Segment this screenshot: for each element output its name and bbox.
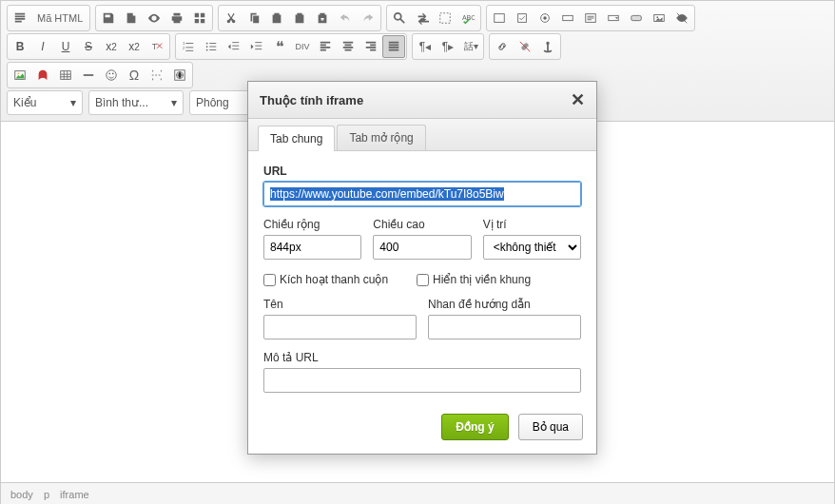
iframe-properties-dialog: Thuộc tính iframe ✕ Tab chung Tab mở rộn… — [247, 81, 597, 455]
name-label: Tên — [263, 298, 417, 311]
redo-icon[interactable] — [357, 7, 379, 29]
hidden-icon[interactable] — [670, 7, 693, 29]
align-select[interactable]: <không thiết lập — [483, 235, 581, 260]
cut-icon[interactable] — [220, 7, 243, 29]
close-icon[interactable]: ✕ — [571, 89, 585, 110]
ltr-icon[interactable]: ¶◂ — [414, 35, 437, 58]
pastetext-icon[interactable] — [288, 7, 311, 29]
blockquote-icon[interactable]: ❝ — [268, 35, 291, 58]
url-input[interactable]: https://www.youtube.com/embed/kTu7I8o5Bi… — [263, 182, 581, 206]
format-combo[interactable]: Bình thư...▾ — [88, 90, 184, 115]
subscript-button[interactable]: x2 — [100, 35, 123, 58]
save-icon[interactable] — [97, 7, 120, 29]
align-label: Vị trí — [483, 218, 581, 231]
width-input[interactable] — [263, 235, 361, 260]
rtl-icon[interactable]: ¶▸ — [437, 35, 459, 58]
status-bar: body p iframe — [0, 483, 835, 504]
scrolling-checkbox[interactable]: Kích hoạt thanh cuộn — [263, 273, 388, 286]
textarea-icon[interactable] — [579, 7, 602, 29]
longdesc-label: Mô tả URL — [263, 351, 581, 364]
copy-icon[interactable] — [243, 7, 265, 29]
paste-icon[interactable] — [265, 7, 288, 29]
bulletlist-icon[interactable] — [200, 35, 223, 58]
underline-button[interactable]: U — [54, 35, 77, 58]
unlink-icon[interactable] — [514, 35, 536, 58]
outdent-icon[interactable] — [223, 35, 245, 58]
table-icon[interactable] — [54, 64, 77, 87]
source-label[interactable]: Mã HTML — [31, 12, 88, 24]
aligncenter-icon[interactable] — [337, 35, 359, 58]
svg-point-22 — [107, 70, 117, 81]
checkbox-icon[interactable] — [511, 7, 534, 29]
height-input[interactable] — [373, 235, 471, 260]
imagebutton-icon[interactable] — [648, 7, 670, 29]
replace-icon[interactable] — [411, 7, 434, 29]
radio-icon[interactable] — [534, 7, 556, 29]
strike-button[interactable]: S — [77, 35, 100, 58]
image-icon[interactable] — [9, 64, 31, 87]
bold-button[interactable]: B — [9, 35, 31, 58]
hr-icon[interactable] — [77, 64, 100, 87]
svg-text:T: T — [152, 42, 158, 51]
svg-rect-1 — [440, 13, 451, 24]
undo-icon[interactable] — [334, 7, 357, 29]
find-icon[interactable] — [388, 7, 411, 29]
path-body[interactable]: body — [10, 489, 33, 500]
newpage-icon[interactable] — [120, 7, 143, 29]
textfield-icon[interactable] — [556, 7, 579, 29]
spellcheck-icon[interactable]: ABC — [456, 7, 479, 29]
svg-point-20 — [17, 72, 19, 74]
templates-icon[interactable] — [188, 7, 211, 29]
dialog-title: Thuộc tính iframe — [260, 93, 363, 107]
smiley-icon[interactable] — [100, 64, 123, 87]
link-icon[interactable] — [491, 35, 514, 58]
selectall-icon[interactable] — [434, 7, 456, 29]
svg-point-24 — [112, 72, 114, 74]
path-iframe[interactable]: iframe — [60, 489, 89, 500]
justify-icon[interactable] — [382, 35, 405, 58]
removeformat-icon[interactable]: T — [146, 35, 168, 58]
alignright-icon[interactable] — [359, 35, 382, 58]
alignleft-icon[interactable] — [314, 35, 337, 58]
flash-icon[interactable] — [31, 64, 54, 87]
iframe-icon[interactable] — [168, 64, 191, 87]
superscript-button[interactable]: x2 — [123, 35, 146, 58]
button-icon[interactable] — [625, 7, 648, 29]
styles-combo-label: Kiểu — [13, 96, 36, 109]
preview-icon[interactable] — [143, 7, 165, 29]
path-p[interactable]: p — [44, 489, 49, 500]
svg-point-23 — [108, 72, 110, 74]
svg-rect-4 — [518, 14, 527, 23]
italic-button[interactable]: I — [31, 35, 54, 58]
cancel-button[interactable]: Bỏ qua — [518, 414, 583, 440]
specialchar-icon[interactable]: Ω — [123, 64, 146, 87]
select-icon[interactable] — [602, 7, 625, 29]
svg-rect-7 — [563, 15, 573, 20]
styles-combo[interactable]: Kiểu▾ — [7, 90, 83, 115]
url-value: https://www.youtube.com/embed/kTu7I8o5Bi… — [270, 187, 504, 201]
indent-icon[interactable] — [245, 35, 268, 58]
pasteword-icon[interactable] — [311, 7, 334, 29]
svg-point-6 — [544, 16, 548, 20]
svg-point-12 — [657, 16, 659, 18]
format-combo-label: Bình thư... — [95, 96, 148, 109]
font-combo-label: Phông — [196, 96, 229, 109]
print-icon[interactable] — [165, 7, 188, 29]
form-icon[interactable] — [488, 7, 511, 29]
source-button[interactable] — [9, 7, 31, 29]
language-icon[interactable]: 話▾ — [459, 35, 482, 58]
border-checkbox[interactable]: Hiển thị viền khung — [417, 273, 531, 286]
div-icon[interactable]: DIV — [291, 35, 314, 58]
svg-point-17 — [206, 46, 208, 48]
name-input[interactable] — [263, 315, 417, 339]
anchor-icon[interactable] — [536, 35, 559, 58]
tab-general[interactable]: Tab chung — [258, 126, 335, 151]
ok-button[interactable]: Đồng ý — [441, 414, 508, 440]
height-label: Chiều cao — [373, 218, 471, 231]
pagebreak-icon[interactable] — [146, 64, 168, 87]
advisory-input[interactable] — [428, 315, 581, 339]
numberlist-icon[interactable]: 12 — [177, 35, 200, 58]
longdesc-input[interactable] — [263, 368, 581, 393]
tab-advanced[interactable]: Tab mở rộng — [337, 125, 425, 150]
advisory-label: Nhan đề hướng dẫn — [428, 298, 581, 311]
